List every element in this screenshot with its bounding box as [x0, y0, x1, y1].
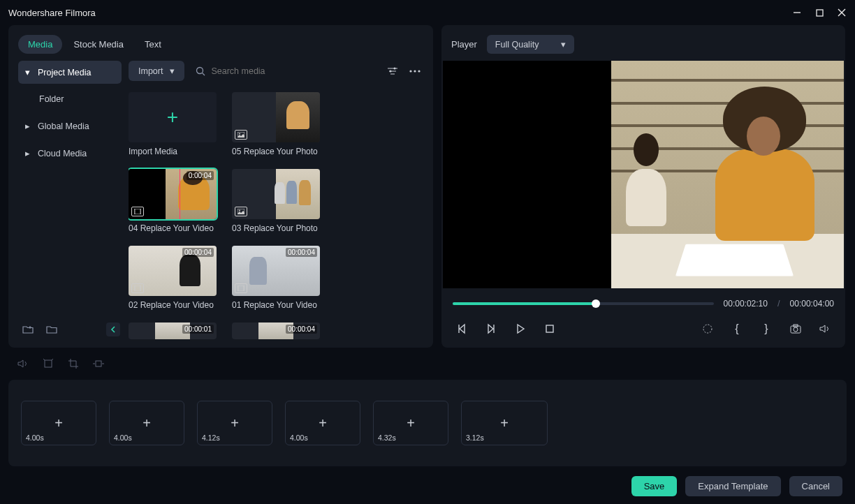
svg-point-13 — [409, 70, 411, 72]
progress-handle[interactable] — [592, 299, 600, 308]
media-item[interactable]: 00:00:04 01 Replace Your Video — [232, 246, 326, 310]
snapshot-button[interactable] — [785, 318, 806, 339]
timeline-slot[interactable]: +4.00s — [21, 401, 96, 445]
minimize-button[interactable] — [792, 8, 802, 17]
collapse-sidebar-button[interactable] — [106, 323, 120, 336]
duration-badge: 00:00:04 — [286, 325, 317, 334]
slot-duration: 4.12s — [202, 433, 220, 442]
timeline-slot[interactable]: +4.12s — [197, 401, 272, 445]
audio-icon[interactable] — [15, 356, 31, 371]
quality-value: Full Quality — [495, 40, 539, 50]
sidebar-item-project-media[interactable]: ▾ Project Media — [18, 61, 122, 84]
import-label: Import — [138, 66, 163, 76]
media-label: 02 Replace Your Video — [129, 300, 222, 310]
svg-point-14 — [414, 70, 416, 72]
total-time: 00:00:04:00 — [790, 299, 834, 309]
progress-fill — [453, 302, 596, 305]
media-label: 04 Replace Your Video — [129, 223, 222, 233]
plus-icon: + — [167, 106, 178, 128]
svg-rect-27 — [238, 286, 239, 291]
video-icon — [131, 283, 144, 293]
sidebar-item-folder[interactable]: Folder — [18, 88, 122, 110]
svg-rect-24 — [134, 286, 136, 291]
chevron-left-icon — [110, 326, 116, 333]
media-item[interactable]: 0:00:04 04 Replace Your Video — [129, 169, 222, 233]
folder-icon[interactable] — [43, 321, 60, 338]
progress-bar[interactable] — [453, 302, 714, 305]
sidebar-label: Global Media — [38, 121, 89, 131]
slot-duration: 4.00s — [114, 433, 132, 442]
chevron-down-icon: ▾ — [170, 66, 175, 76]
preview-viewport[interactable] — [443, 61, 844, 288]
plus-icon: + — [142, 415, 151, 431]
import-button[interactable]: Import ▾ — [129, 61, 184, 81]
timeline-slot[interactable]: +4.32s — [373, 401, 448, 445]
duration-badge: 0:00:04 — [187, 171, 214, 180]
svg-point-30 — [703, 325, 712, 333]
crop-icon[interactable] — [66, 356, 81, 371]
player-label: Player — [451, 39, 477, 50]
svg-point-12 — [390, 70, 392, 72]
media-item[interactable]: 00:00:01 — [129, 323, 222, 339]
fit-icon[interactable] — [91, 356, 106, 371]
slot-duration: 4.00s — [290, 433, 308, 442]
close-button[interactable] — [837, 8, 847, 17]
play-button[interactable] — [510, 318, 531, 339]
media-item[interactable]: 03 Replace Your Photo — [232, 169, 326, 233]
new-folder-icon[interactable] — [20, 321, 36, 338]
save-button[interactable]: Save — [631, 476, 678, 496]
plus-icon: + — [500, 415, 509, 431]
media-item[interactable]: 00:00:04 — [232, 323, 326, 339]
current-time: 00:00:02:10 — [724, 299, 768, 309]
svg-point-11 — [394, 67, 396, 69]
prev-frame-button[interactable] — [451, 318, 472, 339]
svg-point-6 — [197, 67, 203, 73]
tab-text[interactable]: Text — [135, 35, 171, 54]
media-item[interactable]: 05 Replace Your Photo — [232, 92, 326, 156]
media-label: Import Media — [129, 147, 222, 156]
mark-out-button[interactable]: } — [756, 318, 777, 339]
quality-select[interactable]: Full Quality ▾ — [487, 35, 575, 54]
chevron-down-icon: ▾ — [561, 39, 566, 50]
slot-duration: 4.00s — [26, 433, 44, 442]
next-frame-button[interactable] — [481, 318, 502, 339]
svg-point-17 — [239, 133, 240, 135]
slot-duration: 4.32s — [378, 433, 396, 442]
player-panel: Player Full Quality ▾ — [441, 25, 845, 348]
tab-media[interactable]: Media — [18, 35, 62, 54]
plus-icon: + — [231, 415, 239, 431]
mark-in-button[interactable]: { — [726, 318, 747, 339]
media-label: 01 Replace Your Video — [232, 300, 326, 310]
timeline-slot[interactable]: +3.12s — [461, 401, 548, 445]
media-panel: Media Stock Media Text ▾ Project Media F… — [8, 25, 433, 348]
search-icon — [196, 66, 205, 76]
filter-icon[interactable] — [384, 63, 401, 80]
svg-rect-34 — [45, 360, 52, 367]
rotate-icon[interactable] — [41, 356, 56, 371]
duration-badge: 00:00:04 — [286, 248, 317, 257]
footer: Save Expand Template Cancel — [0, 466, 855, 496]
maximize-button[interactable] — [814, 8, 824, 17]
import-media-card[interactable]: + Import Media — [129, 92, 222, 156]
expand-template-button[interactable]: Expand Template — [685, 476, 780, 496]
tab-stock-media[interactable]: Stock Media — [64, 35, 133, 54]
svg-rect-19 — [134, 209, 136, 214]
sidebar-item-cloud-media[interactable]: ▸ Cloud Media — [18, 142, 122, 165]
search-input[interactable] — [211, 66, 373, 76]
volume-button[interactable] — [814, 318, 835, 339]
media-label: 05 Replace Your Photo — [232, 147, 326, 156]
duration-badge: 00:00:01 — [182, 325, 214, 334]
slot-duration: 3.12s — [466, 433, 484, 442]
color-button[interactable] — [697, 318, 718, 339]
media-label: 03 Replace Your Photo — [232, 223, 326, 233]
image-icon — [235, 207, 247, 216]
more-icon[interactable] — [407, 63, 423, 80]
timeline-panel: +4.00s +4.00s +4.12s +4.00s +4.32s +3.12… — [8, 380, 847, 466]
stop-button[interactable] — [539, 318, 560, 339]
cancel-button[interactable]: Cancel — [789, 476, 842, 496]
media-item[interactable]: 00:00:04 02 Replace Your Video — [129, 246, 222, 310]
timeline-slot[interactable]: +4.00s — [285, 401, 360, 445]
sidebar-label: Project Media — [38, 68, 91, 77]
sidebar-item-global-media[interactable]: ▸ Global Media — [18, 114, 122, 138]
timeline-slot[interactable]: +4.00s — [109, 401, 184, 445]
